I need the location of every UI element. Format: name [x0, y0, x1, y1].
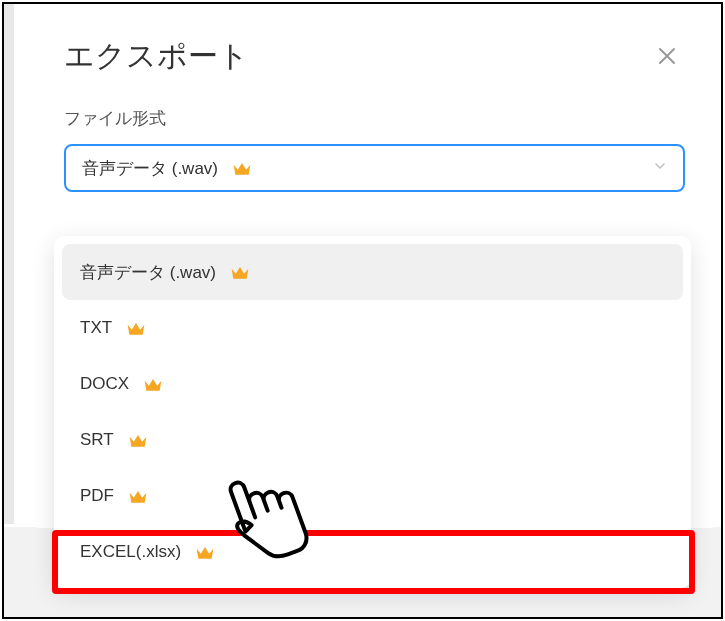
dropdown-item-label: PDF: [80, 486, 114, 506]
file-format-label: ファイル形式: [64, 107, 685, 130]
crown-icon: [128, 487, 148, 505]
dropdown-item-label: 音声データ (.wav): [80, 261, 216, 284]
dropdown-item-excel[interactable]: EXCEL(.xlsx): [62, 524, 683, 580]
close-icon[interactable]: [649, 40, 685, 74]
dropdown-item-srt[interactable]: SRT: [62, 412, 683, 468]
modal-header: エクスポート: [28, 4, 721, 89]
dropdown-item-txt[interactable]: TXT: [62, 300, 683, 356]
select-value: 音声データ (.wav): [82, 157, 218, 180]
dropdown-item-label: SRT: [80, 430, 114, 450]
dropdown-item-wav[interactable]: 音声データ (.wav): [62, 244, 683, 300]
file-format-select[interactable]: 音声データ (.wav): [64, 144, 685, 192]
crown-icon: [128, 431, 148, 449]
dropdown-item-docx[interactable]: DOCX: [62, 356, 683, 412]
dropdown-item-label: TXT: [80, 318, 112, 338]
dropdown-item-label: EXCEL(.xlsx): [80, 542, 181, 562]
chevron-down-icon: [653, 159, 667, 177]
crown-icon: [232, 159, 252, 177]
dropdown-item-pdf[interactable]: PDF: [62, 468, 683, 524]
background-strip: [4, 4, 14, 524]
modal-body: ファイル形式 音声データ (.wav): [28, 89, 721, 192]
modal-title: エクスポート: [64, 36, 249, 77]
dropdown-item-label: DOCX: [80, 374, 129, 394]
crown-icon: [195, 543, 215, 561]
crown-icon: [143, 375, 163, 393]
crown-icon: [126, 319, 146, 337]
crown-icon: [230, 263, 250, 281]
file-format-dropdown: 音声データ (.wav) TXT DOCX SRT PDF EXCEL(.xls…: [54, 236, 691, 588]
